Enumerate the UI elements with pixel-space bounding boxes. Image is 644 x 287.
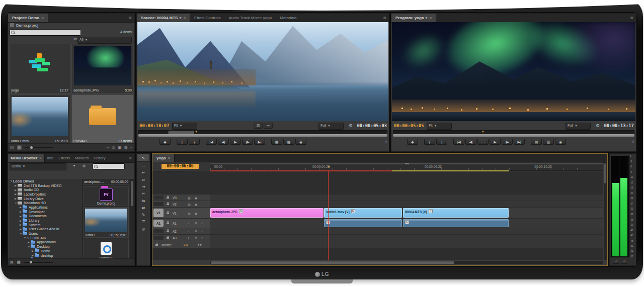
lock-icon[interactable] (167, 204, 169, 205)
add-marker-button[interactable]: ◆ (159, 139, 171, 145)
mute-toggle[interactable]: M (195, 236, 197, 239)
panel-menu-icon[interactable]: ≣ (126, 154, 134, 162)
program-resolution-select[interactable]: Full▾ (566, 123, 591, 130)
track-content-master[interactable] (210, 241, 603, 248)
goto-in-button[interactable]: |◀ (453, 139, 464, 145)
program-zoom-select[interactable]: Fit▾ (427, 123, 452, 130)
tree-item-drive[interactable]: ▶LacieDropBox (9, 192, 82, 197)
close-icon[interactable]: × (39, 156, 41, 160)
mark-in-button[interactable]: { (424, 139, 435, 145)
add-marker-button[interactable]: ◆ (407, 139, 418, 145)
timeline-horizontal-scrollbar[interactable] (210, 261, 603, 264)
search-input[interactable] (10, 29, 81, 36)
source-playhead-icon[interactable]: ▼ (194, 130, 198, 133)
insert-button[interactable]: ▦ (271, 139, 282, 145)
scroll-thumb[interactable] (604, 163, 606, 183)
program-current-timecode[interactable]: 00:00:05:05 (394, 123, 424, 128)
tab-media-browser[interactable]: Media Browser× (8, 154, 45, 162)
tab-effect-controls[interactable]: Effect Controls (190, 14, 224, 22)
source-patch-a1[interactable]: A1 (153, 220, 164, 227)
source-scrubber[interactable]: ▼ (138, 130, 387, 137)
selection-tool[interactable]: ↖ (137, 154, 150, 162)
list-view-icon[interactable]: ▤ (10, 260, 14, 264)
new-bin-icon[interactable]: ▣ (118, 145, 122, 150)
work-area-handle[interactable] (405, 163, 409, 164)
tab-program[interactable]: Program: yoga▾× (391, 14, 436, 22)
tree-item-folder[interactable]: ▶User Guides And In (9, 227, 82, 232)
panel-menu-icon[interactable]: ≣ (627, 14, 636, 22)
timeline-ruler[interactable]: 00:00 00:00:04:23 00:00:09:23 00:00:14:2… (210, 162, 603, 171)
lock-icon[interactable] (167, 231, 169, 232)
rate-stretch-tool[interactable]: ⇥ (137, 183, 150, 190)
source-patch-slot[interactable] (153, 229, 164, 233)
tree-item-folder[interactable]: ▶System (9, 223, 82, 227)
panel-menu-icon[interactable]: ≣ (380, 14, 389, 22)
solo-toggle[interactable]: ○ (201, 236, 203, 239)
in-select[interactable]: All▾ (77, 37, 132, 44)
browser-vertical-scrollbar[interactable] (130, 179, 134, 258)
close-icon[interactable]: × (429, 16, 432, 20)
track-header-master[interactable]: Master0.0◄► (152, 241, 211, 248)
source-patch-slot[interactable] (153, 196, 164, 200)
solo-toggle[interactable]: ○ (201, 222, 203, 225)
file-card-project[interactable]: Pr Demo.prproj (84, 186, 129, 206)
close-icon[interactable]: × (168, 156, 171, 160)
lock-icon[interactable] (167, 237, 169, 239)
timeline-playhead-line[interactable] (328, 171, 329, 260)
track-content-a3[interactable] (210, 235, 603, 241)
tree-item-folder[interactable]: ▶Documents (9, 214, 82, 219)
source-patch-slot[interactable] (153, 202, 164, 206)
tree-item-folder[interactable]: ▶Library (9, 218, 82, 223)
caret-down-icon[interactable]: ▾ (425, 16, 427, 20)
pen-tool[interactable]: ✎ (137, 211, 150, 218)
track-content-v2[interactable] (210, 201, 603, 208)
keyframe-nav-icon[interactable]: ◄► (197, 243, 203, 246)
tab-audio-track-mixer[interactable]: Audio Track Mixer: yoga (224, 14, 276, 22)
find-icon[interactable]: ◎ (112, 145, 115, 150)
tree-item-drive[interactable]: ▶Library Drive (9, 197, 82, 201)
bin-item-aerialphoto[interactable]: aerialphoto.JPG5:00 (71, 44, 134, 93)
sync-lock-icon[interactable]: ▥ (188, 211, 191, 215)
automate-to-sequence-icon[interactable]: ⇒ (106, 145, 109, 150)
program-scrollbar[interactable] (393, 134, 634, 137)
thumbnail-zoom-slider[interactable] (24, 262, 53, 263)
tree-item-folder[interactable]: ▶Applications (9, 205, 82, 210)
track-content-v1[interactable]: aerialphoto.JPGfx lumix1.mov [V]fx 00004… (210, 208, 603, 219)
track-select-tool[interactable]: ↔ (137, 162, 150, 169)
tree-item-desktop[interactable]: ▼Desktop (9, 244, 82, 249)
lock-icon[interactable] (167, 197, 169, 199)
tree-item-local-drives[interactable]: ▼Local Drives (9, 179, 82, 183)
source-scrollbar[interactable] (138, 134, 387, 137)
speaker-icon[interactable]: ♪ (188, 222, 189, 225)
sync-lock-icon[interactable]: ▥ (188, 196, 191, 200)
step-back-button[interactable]: ◀| (218, 139, 229, 145)
scroll-thumb[interactable] (211, 261, 454, 264)
program-playhead-icon[interactable]: ▼ (481, 130, 485, 133)
tab-history[interactable]: History (91, 154, 108, 162)
thumbnail-zoom-slider[interactable] (25, 147, 54, 148)
track-output-eye-icon[interactable]: ◉ (195, 196, 197, 200)
mark-out-button[interactable]: } (189, 139, 200, 145)
clip-aerialphoto[interactable]: aerialphoto.JPGfx (210, 208, 324, 218)
lock-icon[interactable] (155, 244, 158, 246)
extract-button[interactable]: ▥ (543, 139, 554, 145)
tab-effects[interactable]: Effects (56, 154, 72, 162)
source-patch-slot[interactable] (153, 236, 164, 240)
mute-toggle[interactable]: M (195, 222, 197, 225)
goto-out-button[interactable]: ▶| (254, 139, 265, 145)
close-icon[interactable]: × (183, 16, 186, 20)
master-volume-value[interactable]: 0.0 (184, 243, 188, 246)
meter-mute-button[interactable]: ♪ (621, 259, 627, 264)
speaker-icon[interactable]: ♪ (188, 230, 189, 233)
file-types-filter-icon[interactable]: ▼ (72, 164, 76, 167)
timeline-playhead-icon[interactable]: ▼ (327, 165, 331, 168)
mark-in-button[interactable]: { (177, 139, 188, 145)
play-in-out-button[interactable]: ▭ (477, 139, 489, 145)
new-item-icon[interactable]: ⊞ (124, 145, 128, 150)
track-header-v1[interactable]: V1V1▥◉ (152, 208, 211, 219)
track-header-v3[interactable]: V3▥◉ (152, 195, 211, 201)
track-header-a1[interactable]: A1A1♪M○ (152, 219, 211, 228)
bin-item-yoga[interactable]: yoga13:17 (9, 44, 70, 93)
track-output-eye-icon[interactable]: ◉ (195, 211, 197, 215)
source-resolution-select[interactable]: Full▾ (318, 123, 344, 130)
